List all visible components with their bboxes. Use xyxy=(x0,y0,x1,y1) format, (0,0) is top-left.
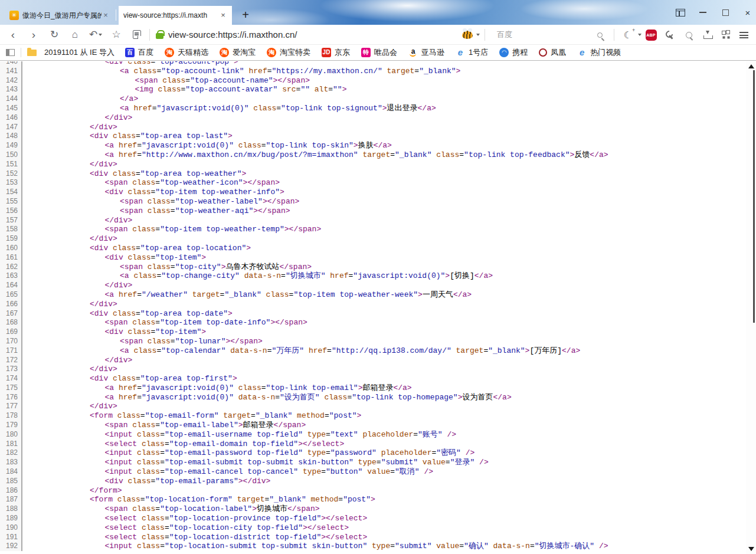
source-code-text: <div class="top-area top-first"> xyxy=(22,374,237,383)
bookmark-taobao[interactable]: 淘爱淘宝 xyxy=(220,47,256,58)
amazon-icon: a xyxy=(408,48,418,57)
minimize-button[interactable] xyxy=(698,8,708,17)
wrench-icon xyxy=(666,31,675,40)
amazon-smile-icon xyxy=(410,54,416,57)
tmall-icon: 淘 xyxy=(165,48,174,57)
tab-view-source[interactable]: view-source:https://i.maxth × xyxy=(119,6,232,25)
line-number: 147 xyxy=(0,123,22,132)
maxthon-today-favicon: ✳ xyxy=(9,11,19,20)
scrollbar-thumb[interactable] xyxy=(753,70,755,323)
extensions-button[interactable] xyxy=(717,25,735,45)
bookmark-baidu[interactable]: 百百度 xyxy=(125,47,153,58)
close-tab-icon[interactable]: × xyxy=(102,11,110,19)
reload-button[interactable]: ↻ xyxy=(47,27,62,42)
search-input[interactable]: 百度 xyxy=(497,29,590,40)
maximize-button[interactable] xyxy=(721,8,730,17)
panel-layout-button[interactable] xyxy=(676,8,685,17)
line-number: 155 xyxy=(0,197,22,206)
vertical-scrollbar[interactable] xyxy=(746,61,756,554)
source-line: 163<a class="top-change-city" data-s-n="… xyxy=(0,271,746,281)
main-menu-button[interactable] xyxy=(735,25,752,45)
source-code-text: <a href="http://www.maxthon.cn/mx/bug/po… xyxy=(22,150,608,160)
source-line: 176<a href="javascript:void(0)" data-s-n… xyxy=(0,393,746,402)
bookmark-folder-ie-import[interactable]: 20191101 从 IE 导入 xyxy=(27,47,114,58)
adblock-button[interactable]: ABP xyxy=(642,25,660,45)
sidebar-toggle-icon[interactable] xyxy=(6,49,15,56)
line-number: 154 xyxy=(0,188,22,197)
search-engine-dropdown-icon[interactable] xyxy=(476,34,480,36)
bookmark-hot-video-ie[interactable]: e热门视频 xyxy=(577,47,621,58)
source-code-text: <span class="top-weather-aqi"></span> xyxy=(22,206,290,216)
close-tab-icon[interactable]: × xyxy=(219,11,227,19)
resource-sniffer-button[interactable] xyxy=(679,25,698,45)
bookmark-tmall[interactable]: 淘天猫精选 xyxy=(165,47,208,58)
line-number: 149 xyxy=(0,141,22,150)
source-line: 148<div class="top-area top-last"> xyxy=(0,132,746,141)
source-code-text: <div class="top-item top-weather-info"> xyxy=(22,188,284,197)
source-line: 174<div class="top-area top-first"> xyxy=(0,374,746,383)
scroll-down-arrow-icon[interactable] xyxy=(748,547,754,551)
source-code-text: <div class="top-item"> xyxy=(22,327,206,337)
search-icon xyxy=(597,32,603,38)
bookmark-label: 百度 xyxy=(138,47,153,58)
source-code-text: <span class="top-lunar"></span> xyxy=(22,337,263,346)
source-line: 171<a class="top-calendar" data-s-n="万年历… xyxy=(0,346,746,356)
source-line: 152<div class="top-area top-weather"> xyxy=(0,169,746,179)
taobao-sale-icon: 淘 xyxy=(267,48,276,57)
tab-separator xyxy=(116,9,116,21)
source-code-text: <select class="top-location-province top… xyxy=(22,514,367,523)
source-line: 165<a href="/weather" target="_blank" cl… xyxy=(0,290,746,300)
line-number: 180 xyxy=(0,430,22,440)
cloud-decoration xyxy=(519,0,649,21)
line-number: 185 xyxy=(0,477,22,486)
close-window-button[interactable]: × xyxy=(743,8,752,17)
line-number: 140 xyxy=(0,61,22,67)
line-number: 142 xyxy=(0,76,22,86)
source-code-text: <a href="javascript:void(0)" class="top-… xyxy=(22,383,412,393)
new-tab-button[interactable]: + xyxy=(238,8,253,22)
toolbar-divider xyxy=(149,29,150,41)
forward-button[interactable]: › xyxy=(26,27,41,42)
night-mode-button[interactable]: ☾ xyxy=(619,25,637,45)
address-url[interactable]: view-source:https://i.maxthon.cn/ xyxy=(168,29,297,40)
bookmark-label: 1号店 xyxy=(469,47,488,58)
bookmark-yhd-ie[interactable]: e1号店 xyxy=(456,47,488,58)
snap-note-button[interactable] xyxy=(129,27,145,42)
source-code-text: </div> xyxy=(22,113,132,123)
source-code-text: <div class="top-email-params"></div> xyxy=(22,477,270,486)
bookmark-amazon[interactable]: a亚马逊 xyxy=(408,47,444,58)
search-engine-button[interactable] xyxy=(460,25,475,45)
search-go-button[interactable] xyxy=(590,25,609,45)
back-button[interactable]: ‹ xyxy=(5,27,21,42)
line-number: 179 xyxy=(0,421,22,430)
view-source-content: 140<div class="top-account-pop">141<a cl… xyxy=(0,61,746,554)
undo-closed-tab-button[interactable]: ↶ xyxy=(88,27,103,42)
bookmark-vipshop[interactable]: 特唯品会 xyxy=(361,47,397,58)
source-line: 147</div> xyxy=(0,123,746,132)
source-code-text: <input class="top-email-cancel top-cance… xyxy=(22,467,433,477)
source-code-text: <select class="top-email-domain top-fiel… xyxy=(22,440,344,449)
https-lock-icon[interactable] xyxy=(156,33,163,39)
line-number: 144 xyxy=(0,94,22,104)
downloads-button[interactable] xyxy=(698,25,717,45)
address-toolbar: ‹ › ↻ ⌂ ↶ ☆ view-source:https://i.maxtho… xyxy=(0,25,756,45)
bookmark-ifeng[interactable]: 凤凰 xyxy=(539,47,566,58)
source-code-text: <img class="top-account-avatar" src="" a… xyxy=(22,85,346,94)
bookmark-ctrip[interactable]: ◠携程 xyxy=(499,47,528,58)
bookmark-jd[interactable]: JD京东 xyxy=(322,47,350,58)
bookmark-taobao-sale[interactable]: 淘淘宝特卖 xyxy=(267,47,310,58)
source-line: 169<div class="top-item"> xyxy=(0,327,746,337)
favorites-star-button[interactable]: ☆ xyxy=(109,27,124,42)
line-number: 163 xyxy=(0,271,22,281)
source-line: 189<select class="top-location-province … xyxy=(0,514,746,523)
tab-maxthon-today[interactable]: ✳ 傲游今日_傲游用户专属的网 × xyxy=(5,6,114,25)
source-lines: 140<div class="top-account-pop">141<a cl… xyxy=(0,61,746,551)
moon-icon: ☾ xyxy=(624,29,632,41)
tab-bar: ✳ 傲游今日_傲游用户专属的网 × view-source:https://i.… xyxy=(0,0,756,25)
source-code-text: <div class="top-area top-weather"> xyxy=(22,169,246,179)
source-code-text: </form> xyxy=(22,486,122,496)
dev-tools-button[interactable] xyxy=(660,25,679,45)
scroll-up-arrow-icon[interactable] xyxy=(748,64,754,68)
home-button[interactable]: ⌂ xyxy=(67,27,83,42)
source-code-text: <input class="top-email-username top-fie… xyxy=(22,430,456,440)
